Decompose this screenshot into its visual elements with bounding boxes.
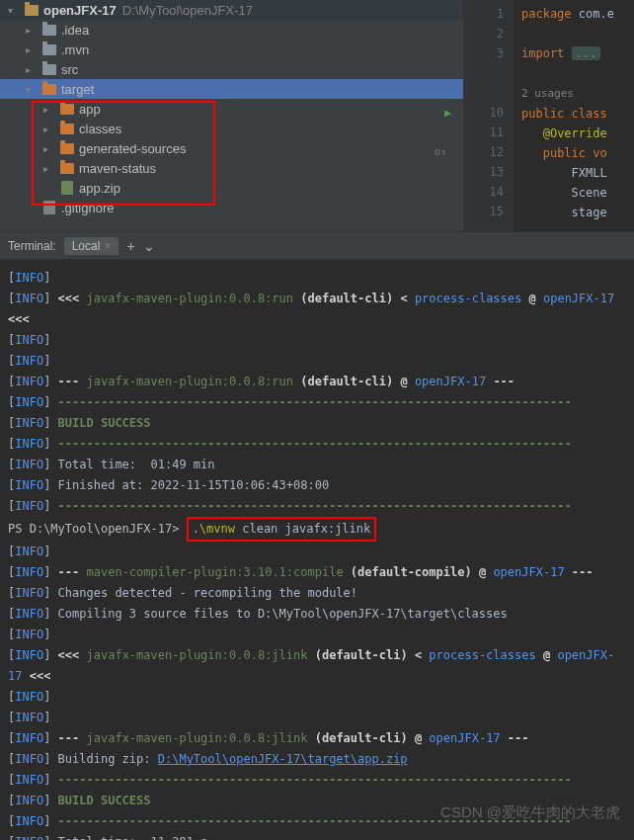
add-terminal-button[interactable]: +	[126, 238, 134, 254]
folder-icon	[24, 2, 40, 18]
tree-item-classes[interactable]: classes	[0, 119, 463, 138]
tree-item-generated-sources[interactable]: generated-sources	[0, 138, 463, 158]
code-line[interactable]: @Override	[521, 124, 614, 143]
tree-item-src[interactable]: src	[0, 59, 463, 79]
tree-item-target[interactable]: target	[0, 79, 463, 99]
gutter-line: 12	[464, 142, 504, 162]
terminal-line: [INFO] Total time: 11.391 s	[8, 832, 626, 840]
code-line[interactable]: public vo	[521, 143, 614, 163]
code-line[interactable]: import ...	[521, 43, 614, 63]
terminal-label: Terminal:	[8, 239, 56, 253]
terminal-body[interactable]: [INFO][INFO] <<< javafx-maven-plugin:0.0…	[0, 260, 634, 840]
terminal-line: [INFO]	[8, 625, 626, 645]
code-line[interactable]	[521, 24, 614, 43]
chevron-icon[interactable]	[43, 124, 55, 134]
zip-i-icon	[59, 180, 75, 196]
folder-or-icon	[59, 101, 75, 117]
terminal-line: [INFO]	[8, 542, 626, 562]
terminal-line: [INFO] --- maven-compiler-plugin:3.10.1:…	[8, 562, 626, 583]
terminal-line: [INFO]	[8, 330, 626, 351]
chevron-icon[interactable]	[26, 25, 38, 36]
tree-item--mvn[interactable]: .mvn	[0, 40, 463, 59]
gutter-line: 14	[464, 182, 504, 202]
tree-item-app[interactable]: app	[0, 99, 463, 119]
terminal-line: [INFO] ---------------------------------…	[8, 770, 626, 791]
code-line[interactable]: Scene	[521, 183, 614, 203]
code-line[interactable]: stage	[521, 203, 614, 222]
terminal-line: [INFO]	[8, 351, 626, 372]
folder-or-icon	[41, 81, 57, 97]
gutter: 123101112131415	[464, 0, 514, 231]
folder-or-icon	[59, 140, 75, 156]
tree-root[interactable]: openJFX-17D:\MyTool\openJFX-17	[0, 0, 463, 20]
code-line[interactable]	[521, 63, 614, 83]
code-line[interactable]: public class	[521, 104, 614, 124]
code-area[interactable]: package com.e import ... 2 usagespublic …	[514, 0, 614, 231]
watermark: CSDN @爱吃牛肉的大老虎	[440, 803, 620, 822]
terminal-line: [INFO] ---------------------------------…	[8, 496, 626, 517]
terminal-line: [INFO] BUILD SUCCESS	[8, 413, 626, 434]
terminal-tabs[interactable]: Terminal: Local × + ⌄	[0, 232, 634, 260]
folder-dk-icon	[41, 61, 57, 77]
folder-or-icon	[59, 121, 75, 136]
terminal-line: [INFO] --- javafx-maven-plugin:0.0.8:jli…	[8, 728, 626, 749]
tree-item--gitignore[interactable]: .gitignore	[0, 198, 463, 217]
folder-or-icon	[59, 160, 75, 176]
terminal-line: [INFO] --- javafx-maven-plugin:0.0.8:run…	[8, 372, 626, 392]
terminal-tab-local[interactable]: Local ×	[64, 237, 119, 255]
gutter-line: 10	[464, 103, 504, 123]
code-line[interactable]: package com.e	[521, 4, 614, 24]
terminal-tab-label: Local	[72, 239, 101, 253]
chevron-icon[interactable]	[26, 64, 38, 75]
chevron-icon[interactable]	[43, 143, 55, 154]
terminal-line: [INFO] Finished at: 2022-11-15T10:06:43+…	[8, 475, 626, 496]
gutter-line	[464, 83, 504, 103]
project-tree[interactable]: openJFX-17D:\MyTool\openJFX-17.idea.mvns…	[0, 0, 464, 231]
terminal-line: [INFO]	[8, 268, 626, 289]
gutter-line	[464, 63, 504, 83]
tree-item--idea[interactable]: .idea	[0, 20, 463, 40]
chevron-icon[interactable]	[43, 104, 55, 115]
file-i-icon	[41, 200, 57, 215]
gutter-line: 1	[464, 4, 504, 24]
gutter-line: 15	[464, 202, 504, 221]
terminal-line: [INFO] Compiling 3 source files to D:\My…	[8, 604, 626, 625]
gutter-line: 13	[464, 162, 504, 182]
terminal-dropdown-icon[interactable]: ⌄	[143, 238, 155, 254]
folder-dk-icon	[41, 22, 57, 38]
terminal-line: [INFO] Changes detected - recompiling th…	[8, 583, 626, 604]
chevron-down-icon[interactable]	[8, 5, 20, 16]
editor[interactable]: 123101112131415 package com.e import ...…	[464, 0, 634, 231]
gutter-line: 11	[464, 123, 504, 142]
terminal-line: [INFO] <<< javafx-maven-plugin:0.0.8:run…	[8, 289, 626, 330]
terminal-line: [INFO] ---------------------------------…	[8, 434, 626, 455]
folder-dk-icon	[41, 42, 57, 57]
terminal-line: [INFO] ---------------------------------…	[8, 392, 626, 413]
terminal-line: PS D:\MyTool\openJFX-17> .\mvnw clean ja…	[8, 517, 626, 542]
terminal-line: [INFO] Building zip: D:\MyTool\openJFX-1…	[8, 749, 626, 770]
close-icon[interactable]: ×	[104, 239, 111, 253]
terminal-line: [INFO]	[8, 708, 626, 728]
gutter-line: 2	[464, 24, 504, 43]
chevron-icon[interactable]	[26, 44, 38, 55]
tree-item-app-zip[interactable]: app.zip	[0, 178, 463, 198]
chevron-icon[interactable]	[43, 163, 55, 174]
code-line[interactable]: FXMLL	[521, 163, 614, 183]
chevron-icon[interactable]	[26, 84, 38, 95]
terminal-line: [INFO]	[8, 687, 626, 708]
tree-item-maven-status[interactable]: maven-status	[0, 158, 463, 178]
gutter-line: 3	[464, 43, 504, 63]
terminal-line: [INFO] Total time: 01:49 min	[8, 455, 626, 475]
code-line[interactable]: 2 usages	[521, 83, 614, 104]
terminal-line: [INFO] <<< javafx-maven-plugin:0.0.8:jli…	[8, 645, 626, 687]
